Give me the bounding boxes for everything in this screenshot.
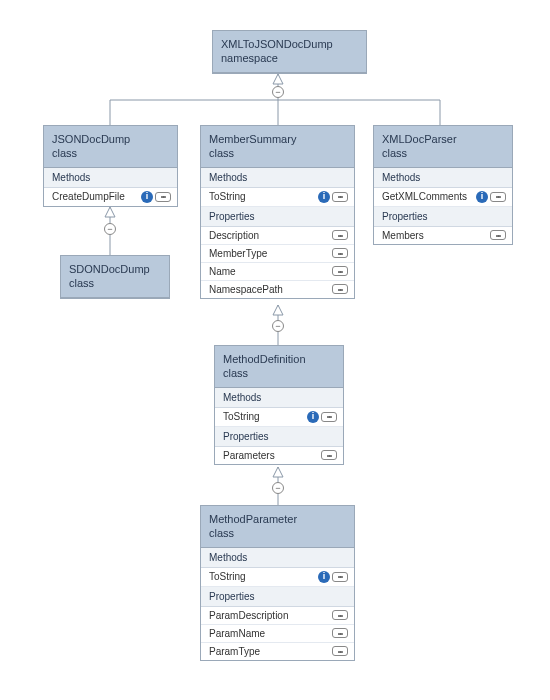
property-row[interactable]: Description ••• — [201, 227, 354, 245]
info-icon[interactable]: i — [307, 411, 319, 423]
property-glyph-icon[interactable]: ••• — [321, 412, 337, 422]
methods-header: Methods — [201, 548, 354, 568]
namespace-kind: namespace — [221, 52, 278, 64]
collapse-toggle[interactable]: − — [104, 223, 116, 235]
class-xml-doc-parser[interactable]: XMLDocParser class Methods GetXMLComment… — [373, 125, 513, 245]
class-title: JSONDocDump class — [44, 126, 177, 168]
method-name: ToString — [209, 191, 318, 202]
class-kind: class — [382, 147, 407, 159]
info-icon[interactable]: i — [318, 571, 330, 583]
properties-header: Properties — [215, 427, 343, 447]
property-row[interactable]: ParamType ••• — [201, 643, 354, 660]
property-row[interactable]: Parameters ••• — [215, 447, 343, 464]
class-kind: class — [69, 277, 94, 289]
class-method-definition[interactable]: MethodDefinition class Methods ToString … — [214, 345, 344, 465]
property-row[interactable]: NamespacePath ••• — [201, 281, 354, 298]
class-name: MethodParameter — [209, 513, 297, 525]
property-glyph-icon[interactable]: ••• — [332, 192, 348, 202]
svg-marker-8 — [273, 74, 283, 84]
method-row[interactable]: CreateDumpFile i ••• — [44, 188, 177, 206]
namespace-name: XMLToJSONDocDump — [221, 38, 333, 50]
class-title: SDONDocDump class — [61, 256, 169, 298]
property-glyph-icon[interactable]: ••• — [155, 192, 171, 202]
class-name: XMLDocParser — [382, 133, 457, 145]
class-json-doc-dump[interactable]: JSONDocDump class Methods CreateDumpFile… — [43, 125, 178, 207]
property-glyph-icon[interactable]: ••• — [332, 230, 348, 240]
class-member-summary[interactable]: MemberSummary class Methods ToString i •… — [200, 125, 355, 299]
method-name: ToString — [209, 571, 318, 582]
class-name: MethodDefinition — [223, 353, 306, 365]
property-name: ParamType — [209, 646, 332, 657]
info-icon[interactable]: i — [476, 191, 488, 203]
methods-header: Methods — [44, 168, 177, 188]
methods-header: Methods — [374, 168, 512, 188]
methods-header: Methods — [215, 388, 343, 408]
method-name: CreateDumpFile — [52, 191, 141, 202]
property-glyph-icon[interactable]: ••• — [332, 610, 348, 620]
property-glyph-icon[interactable]: ••• — [490, 230, 506, 240]
svg-marker-9 — [105, 207, 115, 217]
class-kind: class — [209, 147, 234, 159]
info-icon[interactable]: i — [141, 191, 153, 203]
properties-header: Properties — [201, 207, 354, 227]
svg-marker-11 — [273, 467, 283, 477]
property-name: ParamName — [209, 628, 332, 639]
property-row[interactable]: MemberType ••• — [201, 245, 354, 263]
class-title: XMLDocParser class — [374, 126, 512, 168]
class-kind: class — [223, 367, 248, 379]
class-name: MemberSummary — [209, 133, 296, 145]
property-name: ParamDescription — [209, 610, 332, 621]
svg-marker-10 — [273, 305, 283, 315]
class-title: MemberSummary class — [201, 126, 354, 168]
namespace-title: XMLToJSONDocDump namespace — [213, 31, 366, 73]
class-method-parameter[interactable]: MethodParameter class Methods ToString i… — [200, 505, 355, 661]
property-glyph-icon[interactable]: ••• — [332, 628, 348, 638]
class-name: SDONDocDump — [69, 263, 150, 275]
property-glyph-icon[interactable]: ••• — [332, 646, 348, 656]
property-glyph-icon[interactable]: ••• — [332, 284, 348, 294]
property-name: MemberType — [209, 248, 332, 259]
property-glyph-icon[interactable]: ••• — [332, 248, 348, 258]
property-glyph-icon[interactable]: ••• — [332, 266, 348, 276]
property-name: Name — [209, 266, 332, 277]
property-row[interactable]: ParamDescription ••• — [201, 607, 354, 625]
namespace-box[interactable]: XMLToJSONDocDump namespace — [212, 30, 367, 74]
method-name: GetXMLComments — [382, 191, 476, 202]
class-kind: class — [52, 147, 77, 159]
property-glyph-icon[interactable]: ••• — [332, 572, 348, 582]
class-kind: class — [209, 527, 234, 539]
methods-header: Methods — [201, 168, 354, 188]
collapse-toggle[interactable]: − — [272, 320, 284, 332]
method-row[interactable]: ToString i ••• — [201, 568, 354, 587]
method-name: ToString — [223, 411, 307, 422]
property-name: Members — [382, 230, 490, 241]
property-row[interactable]: Members ••• — [374, 227, 512, 244]
method-row[interactable]: ToString i ••• — [201, 188, 354, 207]
property-glyph-icon[interactable]: ••• — [490, 192, 506, 202]
properties-header: Properties — [374, 207, 512, 227]
class-sdon-doc-dump[interactable]: SDONDocDump class — [60, 255, 170, 299]
collapse-toggle[interactable]: − — [272, 482, 284, 494]
property-row[interactable]: ParamName ••• — [201, 625, 354, 643]
property-name: NamespacePath — [209, 284, 332, 295]
property-glyph-icon[interactable]: ••• — [321, 450, 337, 460]
method-row[interactable]: GetXMLComments i ••• — [374, 188, 512, 207]
property-name: Description — [209, 230, 332, 241]
class-name: JSONDocDump — [52, 133, 130, 145]
info-icon[interactable]: i — [318, 191, 330, 203]
properties-header: Properties — [201, 587, 354, 607]
property-name: Parameters — [223, 450, 321, 461]
class-title: MethodDefinition class — [215, 346, 343, 388]
class-title: MethodParameter class — [201, 506, 354, 548]
property-row[interactable]: Name ••• — [201, 263, 354, 281]
method-row[interactable]: ToString i ••• — [215, 408, 343, 427]
collapse-toggle[interactable]: − — [272, 86, 284, 98]
